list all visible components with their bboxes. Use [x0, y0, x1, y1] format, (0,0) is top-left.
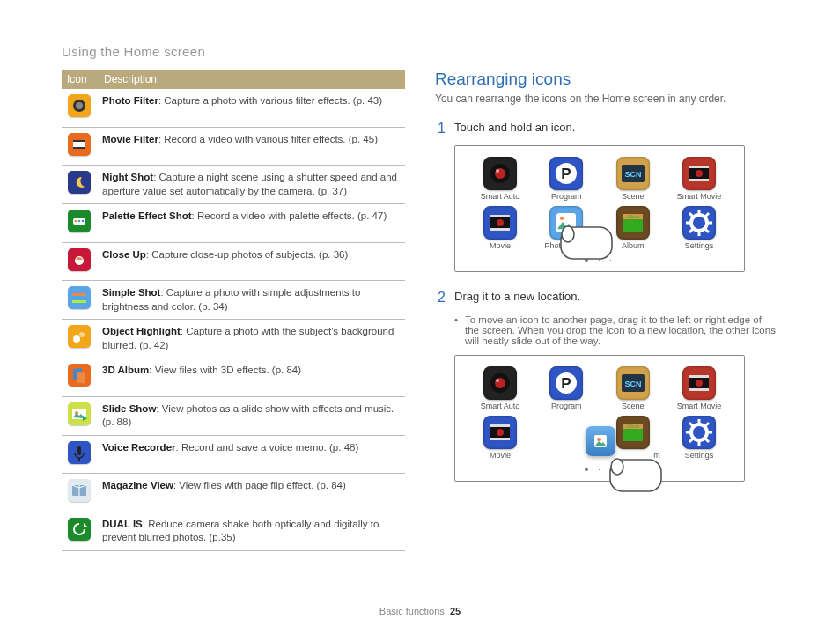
home-icon-label: Smart Auto — [473, 192, 527, 201]
svg-point-10 — [75, 220, 77, 223]
table-row: Object Highlight: Capture a photo with t… — [62, 320, 405, 358]
svg-rect-19 — [68, 325, 91, 348]
finger-pointer-icon — [608, 451, 670, 504]
simple-shot-icon — [62, 281, 99, 320]
slide-show-icon — [62, 396, 99, 435]
home-icon-label: Smart Movie — [672, 402, 726, 410]
th-desc: Description — [99, 70, 405, 89]
table-row: Magazine View: View files with page flip… — [62, 474, 405, 512]
svg-rect-75 — [689, 388, 709, 391]
movie-icon — [483, 206, 517, 240]
svg-rect-17 — [72, 297, 86, 299]
svg-rect-24 — [77, 372, 85, 384]
close-up-icon — [62, 242, 99, 281]
svg-rect-45 — [689, 179, 709, 181]
demo-screen-2: Smart AutoPProgramSCNSceneSmart Movie Mo… — [454, 355, 745, 482]
svg-line-90 — [705, 439, 709, 442]
svg-rect-48 — [490, 215, 510, 217]
home-icon-scene[interactable]: SCNScene — [606, 366, 660, 410]
table-row: Movie Filter: Record a video with variou… — [62, 127, 405, 166]
dragged-icon — [586, 426, 615, 456]
home-icon-scene[interactable]: SCNScene — [606, 157, 660, 201]
svg-rect-78 — [490, 424, 510, 427]
program-icon: P — [549, 157, 583, 190]
table-row: Photo Filter: Capture a photo with vario… — [62, 89, 405, 127]
home-icon-program[interactable]: PProgram — [539, 366, 593, 410]
home-icon-smart-movie[interactable]: Smart Movie — [672, 157, 726, 201]
home-icon-settings[interactable]: Settings — [672, 206, 726, 250]
svg-point-2 — [76, 102, 83, 109]
description-cell: Simple Shot: Capture a photo with simple… — [99, 281, 405, 320]
pager-dots: ● · · — [473, 465, 726, 474]
svg-rect-16 — [72, 293, 86, 296]
svg-line-61 — [689, 213, 693, 217]
svg-line-62 — [705, 229, 709, 232]
demo-screen-1: Smart AutoPProgramSCNSceneSmart Movie Mo… — [454, 145, 745, 272]
dual-is-icon — [62, 512, 99, 550]
svg-line-89 — [689, 423, 693, 426]
table-row: Slide Show: View photos as a slide show … — [62, 396, 405, 435]
home-icon-smart-movie[interactable]: Smart Movie — [672, 366, 726, 410]
photo-filter-icon — [62, 89, 99, 127]
home-icon-label: Scene — [606, 402, 660, 410]
svg-rect-18 — [72, 300, 86, 303]
table-row: Close Up: Capture close-up photos of sub… — [62, 242, 405, 281]
svg-text:P: P — [562, 166, 571, 182]
voice-recorder-icon — [62, 435, 99, 474]
svg-text:P: P — [562, 375, 571, 392]
description-cell: Close Up: Capture close-up photos of sub… — [99, 242, 405, 281]
settings-icon — [682, 206, 716, 240]
description-cell: Photo Filter: Capture a photo with vario… — [99, 89, 405, 127]
svg-point-11 — [78, 220, 81, 223]
svg-point-20 — [73, 335, 80, 343]
svg-text:SCN: SCN — [624, 170, 641, 179]
home-icon-settings[interactable]: Settings — [672, 416, 726, 460]
table-row: Simple Shot: Capture a photo with simple… — [62, 281, 405, 320]
svg-text:SCN: SCN — [624, 380, 641, 388]
svg-rect-74 — [689, 375, 709, 378]
album-3d-icon — [62, 358, 99, 397]
album-icon: Album — [616, 206, 650, 240]
finger-pointer-icon — [559, 218, 621, 271]
home-icon-smart-auto[interactable]: Smart Auto — [473, 157, 527, 201]
svg-text:Album: Album — [626, 424, 639, 429]
svg-line-64 — [705, 213, 709, 217]
table-row: Palette Effect Shot: Record a video with… — [62, 204, 405, 243]
svg-rect-5 — [73, 140, 85, 142]
table-row: DUAL IS: Reduce camera shake both optica… — [62, 512, 405, 550]
svg-rect-34 — [68, 518, 91, 541]
svg-point-12 — [82, 220, 85, 223]
smart-movie-icon — [682, 366, 716, 400]
home-icon-program[interactable]: PProgram — [539, 157, 593, 201]
svg-line-91 — [689, 439, 693, 442]
svg-point-80 — [497, 429, 504, 436]
home-icon-movie[interactable]: Movie — [473, 206, 527, 250]
rearranging-lede: You can rearrange the icons on the Home … — [435, 92, 778, 105]
step-2-number: 2 — [435, 290, 446, 306]
home-icon-smart-auto[interactable]: Smart Auto — [473, 366, 527, 410]
step-2-text: Drag it to a new location. — [454, 290, 580, 306]
magazine-view-icon — [62, 474, 99, 512]
album-icon: Album — [616, 416, 650, 449]
description-cell: Slide Show: View photos as a slide show … — [99, 396, 405, 435]
program-icon: P — [549, 366, 583, 400]
icon-description-table: Icon Description Photo Filter: Capture a… — [62, 70, 405, 551]
description-cell: Magazine View: View files with page flip… — [99, 474, 405, 512]
home-icon-label: Scene — [606, 192, 660, 201]
svg-point-68 — [496, 379, 499, 382]
table-row: 3D Album: View files with 3D effects. (p… — [62, 358, 405, 397]
home-icon-movie[interactable]: Movie — [473, 416, 527, 460]
description-cell: 3D Album: View files with 3D effects. (p… — [99, 358, 405, 397]
home-icon-label: Settings — [672, 451, 726, 460]
svg-rect-31 — [78, 458, 80, 461]
page-footer: Basic functions 25 — [0, 606, 840, 616]
svg-rect-30 — [77, 446, 81, 455]
description-cell: Palette Effect Shot: Record a video with… — [99, 204, 405, 243]
section-header: Using the Home screen — [62, 44, 778, 59]
svg-point-56 — [691, 215, 707, 231]
scene-icon: SCN — [616, 366, 650, 400]
table-row: Voice Recorder: Record and save a voice … — [62, 435, 405, 474]
description-cell: DUAL IS: Reduce camera shake both optica… — [99, 512, 405, 550]
home-icon-label: Smart Auto — [473, 402, 527, 410]
svg-rect-79 — [490, 438, 510, 440]
